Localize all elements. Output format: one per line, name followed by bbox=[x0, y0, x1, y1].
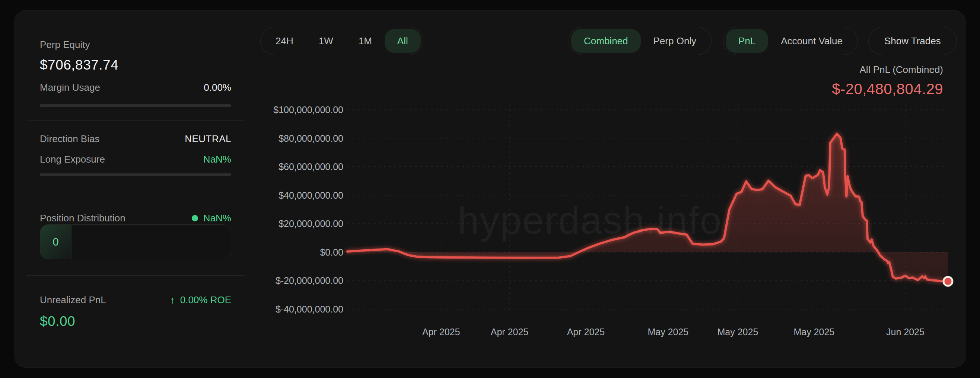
y-axis-label: $20,000,000.00 bbox=[278, 218, 343, 230]
y-axis-label: $40,000,000.00 bbox=[278, 189, 343, 201]
unrealized-pnl-label: Unrealized PnL bbox=[40, 294, 106, 306]
position-distribution-chart[interactable]: 0 bbox=[40, 224, 231, 259]
long-percentage-dot-icon bbox=[192, 215, 198, 221]
position-distribution-label: Position Distribution bbox=[40, 213, 126, 224]
long-exposure-label: Long Exposure bbox=[40, 154, 105, 165]
x-axis-label: Apr 2025 bbox=[422, 327, 460, 337]
mode-combined[interactable]: Combined bbox=[571, 29, 641, 53]
y-axis-label: $60,000,000.00 bbox=[278, 161, 343, 173]
divider bbox=[26, 120, 245, 121]
metric-account-value[interactable]: Account Value bbox=[768, 29, 855, 53]
unrealized-pnl-row: Unrealized PnL ↑ 0.00% ROE bbox=[40, 294, 231, 306]
pnl-header-value: $-20,480,804.29 bbox=[832, 81, 943, 97]
divider bbox=[26, 190, 245, 190]
metric-pnl[interactable]: PnL bbox=[726, 29, 768, 53]
margin-usage-value: 0.00% bbox=[204, 82, 231, 94]
endpoint-dot-icon bbox=[943, 277, 953, 286]
x-axis-label: Apr 2025 bbox=[567, 327, 605, 337]
x-axis-label: May 2025 bbox=[794, 327, 834, 337]
margin-usage-bar bbox=[40, 104, 231, 107]
direction-bias-value: NEUTRAL bbox=[185, 133, 231, 145]
distribution-segment[interactable]: 0 bbox=[40, 225, 72, 259]
x-axis-label: Jun 2025 bbox=[886, 327, 924, 337]
time-range-24h[interactable]: 24H bbox=[263, 29, 306, 53]
time-range-1w[interactable]: 1W bbox=[306, 29, 346, 53]
position-distribution-badge: NaN% bbox=[192, 213, 231, 224]
metric-toggle: PnLAccount Value bbox=[723, 27, 858, 55]
direction-bias-label: Direction Bias bbox=[40, 133, 99, 145]
y-axis-label: $-20,000,000.00 bbox=[275, 275, 343, 286]
direction-bias-row: Direction Bias NEUTRAL bbox=[40, 133, 231, 145]
time-range-all[interactable]: All bbox=[385, 29, 421, 53]
long-exposure-value: NaN% bbox=[203, 154, 231, 165]
show-trades-button[interactable]: Show Trades bbox=[868, 27, 957, 55]
long-exposure-bar bbox=[40, 173, 231, 176]
stats-sidebar: Perp Equity $706,837.74 Margin Usage 0.0… bbox=[26, 10, 245, 367]
pnl-header: All PnL (Combined) $-20,480,804.29 bbox=[832, 64, 943, 97]
dashboard-card: Perp Equity $706,837.74 Margin Usage 0.0… bbox=[14, 10, 966, 368]
long-exposure-row: Long Exposure NaN% bbox=[40, 154, 231, 165]
x-axis-label: May 2025 bbox=[648, 327, 689, 337]
unrealized-pnl-roe: ↑ 0.00% ROE bbox=[170, 294, 231, 306]
margin-usage-label: Margin Usage bbox=[40, 82, 100, 94]
perp-equity-value: $706,837.74 bbox=[40, 57, 118, 73]
distribution-segment-value: 0 bbox=[52, 236, 59, 248]
margin-usage-row: Margin Usage 0.00% bbox=[40, 82, 231, 94]
pnl-chart[interactable]: hyperdash.info bbox=[347, 105, 951, 313]
position-distribution-percent: NaN% bbox=[203, 213, 231, 224]
x-axis-label: May 2025 bbox=[718, 327, 759, 337]
perp-equity-label: Perp Equity bbox=[40, 39, 90, 51]
y-axis-label: $100,000,000.00 bbox=[273, 104, 343, 116]
y-axis-label: $-40,000,000.00 bbox=[275, 303, 343, 315]
page: { "sidebar": { "perp_equity": { "label":… bbox=[0, 0, 980, 378]
y-axis-label: $80,000,000.00 bbox=[278, 132, 343, 145]
time-range-selector: 24H1W1MAll bbox=[260, 27, 423, 55]
pnl-chart-svg bbox=[347, 105, 951, 313]
unrealized-pnl-value: $0.00 bbox=[40, 314, 75, 329]
position-distribution-row: Position Distribution NaN% bbox=[40, 213, 231, 224]
mode-perp-only[interactable]: Perp Only bbox=[641, 29, 709, 53]
y-axis-label: $0.00 bbox=[320, 246, 343, 258]
time-range-1m[interactable]: 1M bbox=[346, 29, 385, 53]
roe-value: 0.00% ROE bbox=[180, 294, 231, 306]
pnl-header-title: All PnL (Combined) bbox=[832, 64, 943, 76]
divider bbox=[26, 275, 245, 276]
up-arrow-icon: ↑ bbox=[170, 294, 175, 306]
mode-toggle: CombinedPerp Only bbox=[569, 27, 711, 55]
x-axis-label: Apr 2025 bbox=[491, 327, 528, 337]
